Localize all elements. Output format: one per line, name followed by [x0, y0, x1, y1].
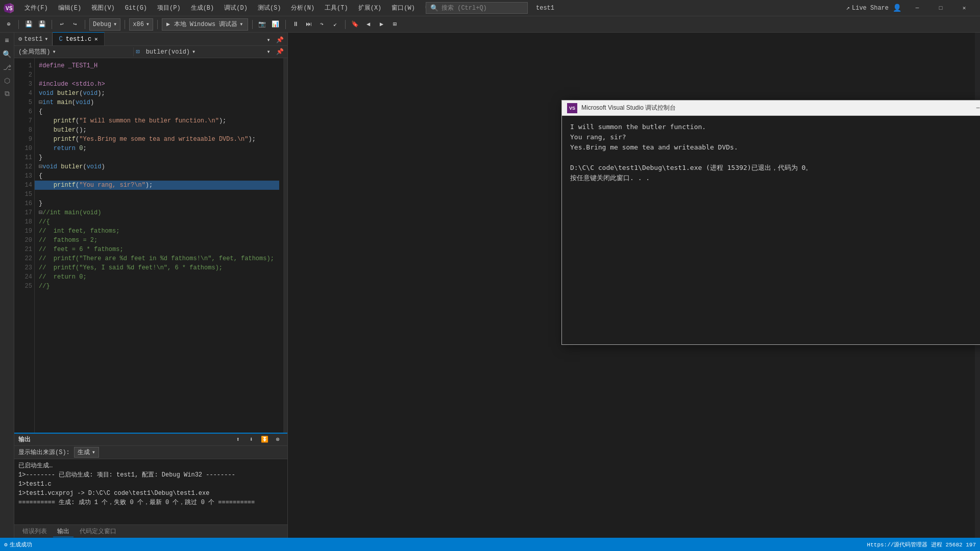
live-share-label: Live Share [852, 5, 889, 12]
project-selector-dropdown[interactable]: ⚙ test1 ▾ [14, 33, 53, 45]
output-line-1: 1>-------- 已启动生成: 项目: test1, 配置: Debug W… [18, 470, 283, 480]
output-clear-btn[interactable]: ⊗ [272, 434, 283, 445]
build-success-status[interactable]: ⚙ 生成成功 [4, 541, 32, 548]
debug-title-content: VS Microsoft Visual Studio 调试控制台 [567, 103, 676, 113]
project-selector-icon: ⚙ [18, 35, 22, 43]
output-panel: 输出 ⬆ ⬇ ⏬ ⊗ 显示输出来源(S): 生成 ▾ 已启动生成… 1>----… [14, 433, 287, 524]
account-icon[interactable]: 👤 [893, 4, 901, 12]
search-box[interactable]: 🔍 搜索 (Ctrl+Q) [426, 2, 528, 14]
menu-build[interactable]: 生成(B) [186, 2, 219, 14]
menu-tools[interactable]: 工具(T) [320, 2, 353, 14]
scope-selector-2[interactable]: butler(void) ▾ [142, 48, 261, 56]
scope-overflow-btn[interactable]: ▾ [263, 46, 274, 58]
debug-line-1: You rang, sir? [570, 132, 980, 142]
debug-minimize-btn[interactable]: ─ [971, 103, 980, 113]
title-bar-right: ↗ Live Share 👤 ─ □ ✕ [846, 0, 976, 16]
output-source-label: 显示输出来源(S): [18, 448, 70, 457]
scope-1-label: (全局范围) [18, 47, 50, 56]
scope-2-label: butler(void) [146, 48, 190, 56]
scope-pin-btn[interactable]: 📌 [274, 46, 285, 58]
editor-column: ⚙ test1 ▾ C test1.c ✕ ▾ 📌 (全局范围) ▾ ⊡ but… [14, 33, 288, 538]
debug-line-2: Yes.Bring me some tea and writeaable DVD… [570, 142, 980, 153]
tab-pin-btn[interactable]: 📌 [274, 34, 285, 45]
minimize-button[interactable]: ─ [905, 0, 929, 16]
activity-search[interactable]: 🔍 [1, 48, 13, 60]
performance-btn[interactable]: 📊 [270, 19, 281, 30]
save-all-btn[interactable]: 💾 [36, 19, 47, 30]
nav-btn-3[interactable]: ⊞ [389, 19, 401, 30]
output-btn-2[interactable]: ⬇ [246, 434, 257, 445]
debug-nav-4[interactable]: ↙ [330, 19, 341, 30]
status-bar-left: ⚙ 生成成功 [4, 541, 32, 548]
output-btn-3[interactable]: ⏬ [259, 434, 270, 445]
run-button[interactable]: ▶ 本地 Windows 调试器 ▾ [162, 18, 248, 31]
toolbar-sep-3 [85, 20, 85, 29]
toolbar-sep-8 [345, 20, 346, 29]
tab-test1c[interactable]: C test1.c ✕ [53, 32, 104, 45]
window-controls: ─ □ ✕ [905, 0, 976, 16]
arch-dropdown[interactable]: x86 ▾ [129, 18, 153, 31]
output-source-value: 生成 [78, 448, 90, 457]
redo-btn[interactable]: ↪ [69, 19, 81, 30]
debug-nav-1[interactable]: ⏸ [290, 19, 301, 30]
bottom-tab-output[interactable]: 输出 [53, 526, 74, 537]
output-source-row: 显示输出来源(S): 生成 ▾ [14, 446, 287, 459]
svg-text:VS: VS [6, 6, 13, 11]
run-label: ▶ 本地 Windows 调试器 [166, 20, 237, 29]
menu-project[interactable]: 项目(P) [152, 2, 186, 14]
menu-view[interactable]: 视图(V) [86, 2, 120, 14]
bottom-tab-code-def[interactable]: 代码定义窗口 [76, 526, 120, 537]
activity-explorer[interactable]: ≡ [1, 35, 13, 47]
tab-close-icon[interactable]: ✕ [94, 36, 98, 42]
output-toolbar: ⬆ ⬇ ⏬ ⊗ [232, 434, 283, 445]
menu-debug[interactable]: 调试(D) [219, 2, 253, 14]
save-btn[interactable]: 💾 [23, 19, 34, 30]
menu-analyze[interactable]: 分析(N) [286, 2, 320, 14]
status-right-info[interactable]: Https://源代码管理器 进程 25682 197 [867, 541, 976, 548]
menu-test[interactable]: 测试(S) [253, 2, 286, 14]
new-file-btn[interactable]: ⊕ [3, 19, 14, 30]
scope-selector-1[interactable]: (全局范围) ▾ [14, 47, 134, 56]
bookmark-btn[interactable]: 🔖 [350, 19, 361, 30]
activity-git[interactable]: ⎇ [1, 61, 13, 73]
output-line-4: ========== 生成: 成功 1 个，失败 0 个，最新 0 个，跳过 0… [18, 498, 283, 507]
menu-window[interactable]: 窗口(W) [386, 2, 420, 14]
maximize-button[interactable]: □ [929, 0, 952, 16]
arch-label: x86 [133, 21, 144, 28]
output-tab-label[interactable]: 输出 [18, 435, 31, 444]
output-line-3: 1>test1.vcxproj -> D:\C\C code\test1\Deb… [18, 489, 283, 498]
output-tab-bar: 输出 ⬆ ⬇ ⏬ ⊗ [14, 434, 287, 446]
bottom-tab-errors[interactable]: 错误列表 [18, 526, 51, 537]
live-share-button[interactable]: ↗ Live Share [846, 4, 889, 12]
menu-file[interactable]: 文件(F) [19, 2, 53, 14]
debug-console-content: I will summon the butler function. You r… [562, 116, 980, 344]
code-content[interactable]: #define _TEST1_H #include <stdio.h> void… [35, 58, 283, 433]
debug-line-0: I will summon the butler function. [570, 122, 980, 132]
output-btn-1[interactable]: ⬆ [232, 434, 243, 445]
debug-console-window: VS Microsoft Visual Studio 调试控制台 ─ □ ✕ I… [561, 100, 980, 345]
activity-debug[interactable]: ⬡ [1, 74, 13, 87]
debug-nav-3[interactable]: ↷ [316, 19, 328, 30]
nav-btn-1[interactable]: ◀ [363, 19, 374, 30]
menu-edit[interactable]: 编辑(E) [53, 2, 87, 14]
undo-btn[interactable]: ↩ [56, 19, 67, 30]
main-content: ≡ 🔍 ⎇ ⬡ ⧉ ⚙ test1 ▾ C test1.c ✕ ▾ 📌 [0, 33, 980, 538]
config-label: Debug [93, 21, 111, 28]
menu-bar: 文件(F) 编辑(E) 视图(V) Git(G) 项目(P) 生成(B) 调试(… [19, 2, 454, 14]
menu-git[interactable]: Git(G) [120, 3, 152, 14]
debug-nav-2[interactable]: ⏭ [303, 19, 314, 30]
scope-bar-actions: ▾ 📌 [261, 46, 287, 58]
scope-bar: (全局范围) ▾ ⊡ butler(void) ▾ ▾ 📌 [14, 46, 287, 58]
camera-btn[interactable]: 📷 [257, 19, 268, 30]
tab-overflow-btn[interactable]: ▾ [263, 34, 274, 45]
nav-btn-2[interactable]: ▶ [376, 19, 387, 30]
close-button[interactable]: ✕ [952, 0, 976, 16]
config-dropdown[interactable]: Debug ▾ [89, 18, 120, 31]
toolbar: ⊕ 💾 💾 ↩ ↪ Debug ▾ x86 ▾ ▶ 本地 Windows 调试器… [0, 16, 980, 33]
activity-extensions[interactable]: ⧉ [1, 88, 13, 100]
output-source-dropdown[interactable]: 生成 ▾ [74, 447, 99, 458]
editor-scrollbar[interactable] [283, 58, 287, 433]
code-editor[interactable]: 12345 678910 1112131415 1617181920 21222… [14, 58, 287, 433]
menu-extensions[interactable]: 扩展(X) [353, 2, 387, 14]
title-bar: VS 文件(F) 编辑(E) 视图(V) Git(G) 项目(P) 生成(B) … [0, 0, 980, 16]
